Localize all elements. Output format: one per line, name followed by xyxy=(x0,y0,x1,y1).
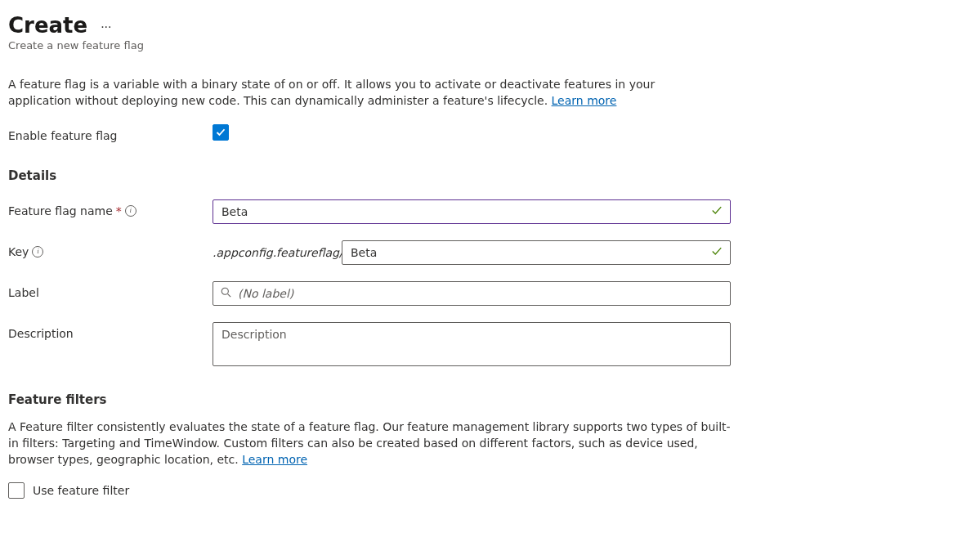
page-subtitle: Create a new feature flag xyxy=(8,39,972,52)
check-icon xyxy=(711,204,723,218)
description-input[interactable] xyxy=(213,322,731,366)
filters-body: A Feature filter consistently evaluates … xyxy=(8,420,731,467)
svg-line-1 xyxy=(228,293,231,297)
filters-text: A Feature filter consistently evaluates … xyxy=(8,419,736,468)
check-icon xyxy=(711,245,723,259)
feature-flag-name-label: Feature flag name xyxy=(8,204,113,217)
intro-learn-more-link[interactable]: Learn more xyxy=(552,94,617,107)
use-feature-filter-label: Use feature filter xyxy=(33,484,129,497)
key-label: Key xyxy=(8,245,29,258)
enable-label: Enable feature flag xyxy=(8,124,213,142)
enable-feature-flag-checkbox[interactable] xyxy=(213,124,229,141)
key-prefix: .appconfig.featureflag/ xyxy=(213,246,342,259)
required-asterisk: * xyxy=(116,204,122,217)
label-label: Label xyxy=(8,281,213,299)
use-feature-filter-checkbox[interactable] xyxy=(8,482,25,499)
filters-learn-more-link[interactable]: Learn more xyxy=(242,453,307,466)
page-title: Create xyxy=(8,13,87,38)
svg-point-0 xyxy=(222,288,228,294)
feature-flag-name-input[interactable] xyxy=(213,199,731,224)
description-label: Description xyxy=(8,322,213,340)
search-icon xyxy=(221,287,231,300)
label-input[interactable] xyxy=(213,281,731,306)
more-menu-button[interactable]: ··· xyxy=(97,22,114,32)
feature-filters-heading: Feature filters xyxy=(8,392,972,407)
details-heading: Details xyxy=(8,168,972,183)
key-input[interactable] xyxy=(342,240,731,265)
check-icon xyxy=(216,128,226,137)
info-icon[interactable]: i xyxy=(32,246,43,258)
ellipsis-icon: ··· xyxy=(101,20,111,34)
info-icon[interactable]: i xyxy=(125,205,136,217)
intro-text: A feature flag is a variable with a bina… xyxy=(8,76,719,110)
